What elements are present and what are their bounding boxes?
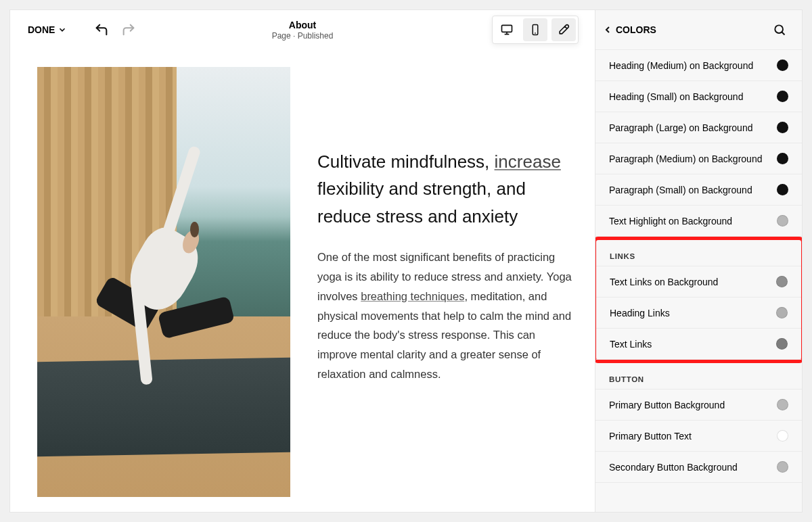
- text-color-row[interactable]: Paragraph (Small) on Background: [595, 174, 802, 206]
- svg-line-6: [782, 32, 785, 35]
- chevron-down-icon: [58, 25, 67, 34]
- color-swatch[interactable]: [777, 461, 788, 473]
- text-color-row[interactable]: Heading (Small) on Background: [595, 81, 802, 112]
- link-color-label: Text Links on Background: [610, 277, 718, 287]
- page-subtitle: Page · Published: [272, 31, 334, 41]
- svg-point-5: [775, 25, 783, 33]
- color-swatch[interactable]: [776, 276, 788, 287]
- text-color-label: Paragraph (Small) on Background: [609, 185, 752, 195]
- desktop-icon: [500, 23, 514, 37]
- text-color-label: Paragraph (Large) on Background: [609, 122, 752, 133]
- links-section-label: LINKS: [596, 240, 801, 266]
- search-icon: [773, 23, 786, 37]
- button-color-row[interactable]: Secondary Button Background: [595, 452, 802, 483]
- editor-canvas: Cultivate mindfulness, increase flexibil…: [10, 49, 595, 512]
- body-paragraph[interactable]: One of the most significant benefits of …: [317, 247, 574, 384]
- body-link[interactable]: breathing techniques: [361, 290, 464, 302]
- link-color-row[interactable]: Text Links on Background: [596, 266, 801, 298]
- mobile-icon: [529, 24, 541, 36]
- color-swatch[interactable]: [777, 91, 788, 102]
- color-swatch[interactable]: [776, 338, 788, 350]
- paintbrush-icon: [557, 23, 570, 37]
- text-color-row[interactable]: Paragraph (Medium) on Background: [595, 143, 802, 174]
- color-swatch[interactable]: [777, 430, 788, 442]
- link-color-row[interactable]: Text Links: [596, 329, 801, 360]
- headline-text[interactable]: Cultivate mindfulness, increase flexibil…: [317, 148, 574, 230]
- redo-icon: [121, 22, 136, 37]
- panel-title: COLORS: [616, 24, 656, 35]
- color-swatch[interactable]: [777, 153, 788, 164]
- chevron-left-icon: [602, 24, 613, 35]
- done-label: DONE: [28, 24, 55, 35]
- desktop-view-button[interactable]: [495, 18, 519, 41]
- done-button[interactable]: DONE: [28, 24, 67, 35]
- page-title: About: [272, 20, 334, 30]
- text-color-label: Text Highlight on Background: [609, 216, 732, 227]
- panel-search-button[interactable]: [768, 18, 791, 41]
- redo-button[interactable]: [117, 18, 140, 41]
- panel-scroll[interactable]: Heading (Medium) on BackgroundHeading (S…: [595, 49, 802, 512]
- button-color-label: Secondary Button Background: [609, 462, 738, 473]
- text-color-label: Heading (Small) on Background: [609, 91, 743, 102]
- device-toggle: [492, 16, 579, 44]
- undo-icon: [94, 22, 109, 37]
- text-colors-group: Heading (Medium) on BackgroundHeading (S…: [595, 49, 802, 237]
- mobile-view-button[interactable]: [523, 18, 547, 41]
- panel-back-button[interactable]: COLORS: [602, 24, 656, 35]
- button-color-label: Primary Button Background: [609, 400, 725, 410]
- color-swatch[interactable]: [776, 307, 788, 318]
- color-swatch[interactable]: [777, 60, 788, 71]
- text-color-label: Paragraph (Medium) on Background: [609, 153, 762, 164]
- color-swatch[interactable]: [777, 122, 788, 133]
- button-section-label: BUTTON: [595, 363, 802, 389]
- button-color-row[interactable]: Primary Button Text: [595, 421, 802, 452]
- links-section-highlight: LINKS Text Links on BackgroundHeading Li…: [595, 237, 802, 363]
- hero-image: [37, 67, 290, 497]
- text-color-row[interactable]: Paragraph (Large) on Background: [595, 112, 802, 143]
- link-color-label: Heading Links: [610, 308, 670, 318]
- color-swatch[interactable]: [777, 184, 788, 195]
- button-color-label: Primary Button Text: [609, 431, 692, 442]
- button-color-row[interactable]: Primary Button Background: [595, 389, 802, 421]
- colors-panel: COLORS Heading (Medium) on BackgroundHea…: [595, 10, 802, 512]
- styles-button[interactable]: [551, 18, 576, 41]
- text-color-label: Heading (Medium) on Background: [609, 60, 753, 71]
- editor-topbar: DONE About Page · Published: [10, 10, 595, 49]
- text-color-row[interactable]: Heading (Medium) on Background: [595, 49, 802, 81]
- headline-link[interactable]: increase: [495, 151, 561, 172]
- page-title-block: About Page · Published: [272, 20, 334, 41]
- color-swatch[interactable]: [777, 399, 788, 410]
- svg-rect-0: [502, 25, 512, 32]
- color-swatch[interactable]: [777, 215, 788, 227]
- link-color-row[interactable]: Heading Links: [596, 298, 801, 329]
- link-color-label: Text Links: [610, 339, 652, 350]
- undo-button[interactable]: [90, 18, 113, 41]
- text-color-row[interactable]: Text Highlight on Background: [595, 206, 802, 237]
